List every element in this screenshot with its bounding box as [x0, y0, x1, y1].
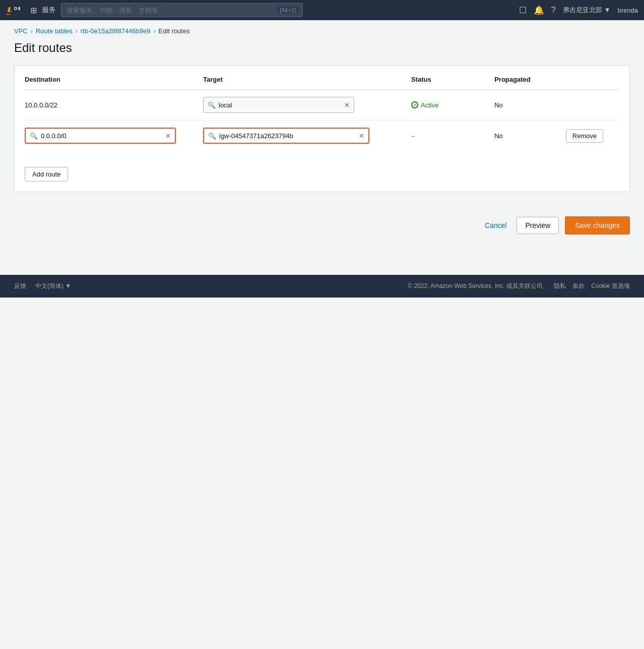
row2-propagated: No — [494, 121, 566, 151]
region-selector[interactable]: 弗吉尼亚北部 ▼ — [563, 6, 610, 15]
row1-status-dot — [411, 101, 418, 108]
row2-target: 🔍 ✕ — [203, 121, 411, 151]
row2-status: – — [411, 121, 494, 151]
row2-dest-search-icon: 🔍 — [30, 132, 38, 140]
bottom-actions: Cancel Preview Save changes — [0, 216, 644, 234]
row1-destination: 10.0.0.0/22 — [25, 90, 203, 121]
row1-propagated-text: No — [494, 101, 503, 109]
th-destination: Destination — [25, 76, 203, 90]
breadcrumb-sep-2: › — [76, 28, 78, 35]
row2-dest-clear-btn[interactable]: ✕ — [165, 132, 171, 140]
footer-copyright: © 2022, Amazon Web Services, Inc. 或其关联公司… — [408, 282, 548, 289]
row1-status: Active — [411, 90, 494, 121]
add-route-button[interactable]: Add route — [25, 167, 68, 182]
search-input[interactable] — [61, 3, 303, 17]
breadcrumb-sep-1: › — [31, 28, 33, 35]
table-header-row: Destination Target Status Propagated — [25, 76, 619, 90]
row1-status-text: Active — [421, 101, 438, 109]
breadcrumb-rtb-id[interactable]: rtb-0e15a28f87446b9e9 — [81, 27, 151, 35]
user-menu[interactable]: brenda — [618, 7, 638, 14]
footer-right: © 2022, Amazon Web Services, Inc. 或其关联公司… — [408, 282, 630, 290]
page-title: Edit routes — [0, 35, 644, 65]
row1-target-clear-btn[interactable]: ✕ — [344, 102, 350, 108]
add-route-container: Add route — [25, 159, 619, 182]
services-label[interactable]: 服务 — [42, 6, 56, 15]
aws-logo[interactable]: aws — [6, 4, 25, 16]
footer-left: 反馈 中文(简体) ▼ — [14, 282, 71, 290]
row2-target-search-icon: 🔍 — [208, 132, 216, 140]
svg-text:aws: aws — [6, 13, 11, 16]
cancel-button[interactable]: Cancel — [481, 218, 511, 232]
bell-icon[interactable]: 🔔 — [534, 5, 544, 16]
row2-target-input[interactable] — [219, 132, 356, 140]
help-icon[interactable]: ? — [551, 5, 556, 15]
row2-destination-input[interactable] — [41, 132, 162, 140]
table-row: 🔍 ✕ 🔍 ✕ – — [25, 121, 619, 151]
preview-button[interactable]: Preview — [517, 217, 559, 234]
th-propagated: Propagated — [494, 76, 566, 90]
th-action — [566, 76, 619, 90]
breadcrumb: VPC › Route tables › rtb-0e15a28f87446b9… — [0, 20, 644, 35]
footer-language[interactable]: 中文(简体) ▼ — [35, 282, 71, 290]
row1-target-search-icon: 🔍 — [208, 101, 216, 109]
routes-table: Destination Target Status Propagated 10.… — [25, 76, 619, 151]
footer: 反馈 中文(简体) ▼ © 2022, Amazon Web Services,… — [0, 275, 644, 298]
footer-cookie[interactable]: Cookie 首选项 — [591, 282, 630, 289]
save-changes-button[interactable]: Save changes — [565, 216, 630, 234]
search-bar[interactable]: [Alt+S] — [61, 3, 303, 17]
remove-route-button[interactable]: Remove — [566, 129, 603, 143]
main-content: Destination Target Status Propagated 10.… — [0, 65, 644, 202]
top-nav: aws ⊞ 服务 [Alt+S] ☐ 🔔 ? 弗吉尼亚北部 ▼ brenda — [0, 0, 644, 20]
row1-status-active: Active — [411, 101, 488, 109]
table-row: 10.0.0.0/22 🔍 ✕ Active — [25, 90, 619, 121]
row2-propagated-text: No — [494, 132, 503, 140]
th-status: Status — [411, 76, 494, 90]
breadcrumb-sep-3: › — [154, 28, 156, 35]
row1-propagated: No — [494, 90, 566, 121]
footer-privacy[interactable]: 隐私 — [554, 282, 566, 289]
notifications-icon[interactable]: ☐ — [519, 5, 527, 16]
nav-right: ☐ 🔔 ? 弗吉尼亚北部 ▼ brenda — [519, 5, 638, 16]
routes-card: Destination Target Status Propagated 10.… — [14, 65, 630, 192]
row2-status-text: – — [411, 132, 415, 140]
row2-action: Remove — [566, 121, 619, 151]
breadcrumb-current: Edit routes — [159, 27, 190, 35]
th-target: Target — [203, 76, 411, 90]
breadcrumb-vpc[interactable]: VPC — [14, 27, 28, 35]
footer-feedback[interactable]: 反馈 — [14, 282, 26, 290]
search-shortcut: [Alt+S] — [277, 7, 299, 14]
row2-target-field[interactable]: 🔍 ✕ — [203, 128, 369, 144]
grid-icon[interactable]: ⊞ — [30, 6, 37, 15]
row1-destination-text: 10.0.0.0/22 — [25, 101, 57, 109]
row2-target-clear-btn[interactable]: ✕ — [359, 132, 364, 140]
breadcrumb-route-tables[interactable]: Route tables — [36, 27, 73, 35]
row2-destination: 🔍 ✕ — [25, 121, 203, 151]
row1-target: 🔍 ✕ — [203, 90, 411, 121]
row1-target-field: 🔍 ✕ — [203, 97, 354, 113]
row2-destination-field[interactable]: 🔍 ✕ — [25, 128, 176, 144]
footer-terms[interactable]: 条款 — [572, 282, 585, 289]
row1-action — [566, 90, 619, 121]
row1-target-input[interactable] — [219, 101, 341, 109]
